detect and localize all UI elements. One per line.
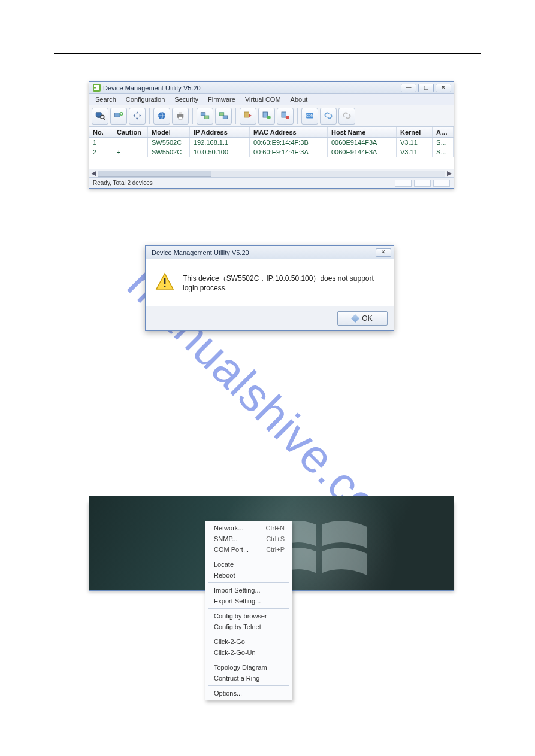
- column-header[interactable]: Model: [148, 127, 190, 137]
- svg-rect-4: [114, 113, 120, 117]
- menu-item-topology-diagram[interactable]: Topology Diagram: [205, 662, 292, 673]
- toolbar-vcom-1-button[interactable]: COM: [301, 108, 318, 125]
- dialog-title: Device Management Utility V5.20: [149, 249, 373, 256]
- cell-ap: SW5502C V3.14 ^^SW: [433, 147, 454, 157]
- cell-no: 2: [89, 147, 113, 157]
- firmware-3-icon: [280, 110, 291, 122]
- ok-button[interactable]: OK: [337, 311, 388, 326]
- table-row[interactable]: 2+SW5502C10.0.50.10000:60:E9:14:4F:3A006…: [89, 147, 454, 157]
- menubar: SearchConfigurationSecurityFirmwareVirtu…: [89, 94, 454, 105]
- minimize-button[interactable]: —: [401, 84, 416, 92]
- menu-item-network[interactable]: Network...Ctrl+N: [205, 523, 292, 533]
- vcom-1-icon: COM: [304, 110, 315, 122]
- menu-item-shortcut: Ctrl+S: [266, 535, 285, 542]
- column-header[interactable]: AP Information: [433, 127, 454, 137]
- menu-item-click-2-go[interactable]: Click-2-Go: [205, 636, 292, 647]
- dialog-close-button[interactable]: ✕: [376, 248, 391, 257]
- column-header[interactable]: MAC Address: [250, 127, 328, 137]
- dialog-titlebar[interactable]: Device Management Utility V5.20 ✕: [146, 246, 394, 259]
- toolbar-separator: [235, 108, 236, 124]
- toolbar-direction-arrows-button[interactable]: [129, 108, 146, 125]
- scroll-track[interactable]: [98, 171, 445, 177]
- menu-search[interactable]: Search: [90, 95, 121, 104]
- toolbar-separator: [192, 108, 193, 124]
- svg-rect-9: [179, 116, 182, 119]
- toolbar-search-magnify-monitor-button[interactable]: [92, 108, 108, 125]
- menu-item-label: Options...: [214, 690, 242, 697]
- cell-host: 0060E9144F3A: [328, 138, 397, 147]
- menu-item-label: SNMP...: [214, 535, 238, 542]
- toolbar-print-button[interactable]: [172, 108, 189, 125]
- cell-ip: 192.168.1.1: [190, 138, 250, 147]
- toolbar-device-net-2-button[interactable]: [215, 108, 232, 125]
- column-header[interactable]: No.: [89, 127, 113, 137]
- toolbar-add-device-button[interactable]: [110, 108, 127, 125]
- add-device-icon: [113, 110, 124, 122]
- toolbar-firmware-3-button[interactable]: [277, 108, 294, 125]
- firmware-1-icon: [243, 110, 253, 122]
- menu-security[interactable]: Security: [170, 95, 203, 104]
- column-header[interactable]: IP Address: [190, 127, 250, 137]
- direction-arrows-icon: [132, 110, 143, 122]
- cell-ip: 10.0.50.100: [190, 147, 250, 157]
- menu-item-import-setting[interactable]: Import Setting...: [205, 585, 292, 596]
- device-net-2-icon: [218, 110, 229, 122]
- menu-item-snmp[interactable]: SNMP...Ctrl+S: [205, 533, 292, 544]
- menu-about[interactable]: About: [286, 95, 313, 104]
- cell-host: 0060E9144F3A: [328, 147, 397, 157]
- toolbar-vcom-link-1-button[interactable]: [320, 108, 337, 125]
- table-row[interactable]: 1SW5502C192.168.1.100:60:E9:14:4F:3B0060…: [89, 138, 454, 147]
- svg-rect-14: [244, 112, 249, 117]
- cell-mac: 00:60:E9:14:4F:3A: [250, 147, 328, 157]
- menu-item-contruct-a-ring[interactable]: Contruct a Ring: [205, 673, 292, 684]
- column-header[interactable]: Host Name: [328, 127, 397, 137]
- svg-rect-11: [204, 116, 209, 119]
- toolbar-vcom-link-2-button[interactable]: [338, 108, 355, 125]
- scroll-right-arrow-icon[interactable]: ▶: [445, 170, 454, 177]
- scroll-left-arrow-icon[interactable]: ◀: [89, 170, 98, 177]
- cell-caution: [113, 138, 148, 147]
- menu-firmware[interactable]: Firmware: [203, 95, 240, 104]
- menu-item-shortcut: Ctrl+N: [266, 524, 285, 532]
- toolbar-device-net-1-button[interactable]: [197, 108, 213, 125]
- toolbar-firmware-2-button[interactable]: [258, 108, 275, 125]
- menu-item-label: Config by browser: [214, 612, 267, 620]
- cell-kernel: V3.11: [397, 138, 433, 147]
- menu-item-config-by-telnet[interactable]: Config by Telnet: [205, 621, 292, 632]
- status-pane: [433, 180, 450, 187]
- column-header[interactable]: Kernel: [397, 127, 433, 137]
- cell-kernel: V3.11: [397, 147, 433, 157]
- menu-item-click-2-go-un[interactable]: Click-2-Go-Un: [205, 647, 292, 658]
- menu-item-label: Click-2-Go: [214, 638, 245, 645]
- close-button[interactable]: ✕: [436, 84, 451, 92]
- cell-model: SW5502C: [148, 147, 190, 157]
- scroll-thumb[interactable]: [98, 171, 211, 177]
- svg-rect-1: [98, 117, 101, 118]
- toolbar-browser-globe-button[interactable]: [153, 108, 170, 125]
- menu-item-label: COM Port...: [214, 546, 249, 553]
- menu-item-options[interactable]: Options...: [205, 688, 292, 699]
- app-icon: [93, 84, 101, 92]
- status-pane: [414, 180, 431, 187]
- toolbar-firmware-1-button[interactable]: [240, 108, 256, 125]
- print-icon: [175, 110, 186, 122]
- menu-virtual-com[interactable]: Virtual COM: [240, 95, 286, 104]
- column-header[interactable]: Caution: [113, 127, 148, 137]
- menu-item-locate[interactable]: Locate: [205, 559, 292, 570]
- configuration-context-menu: Network...Ctrl+NSNMP...Ctrl+SCOM Port...…: [205, 521, 292, 700]
- maximize-button[interactable]: ▢: [418, 84, 434, 92]
- menu-item-export-setting[interactable]: Export Setting...: [205, 596, 292, 606]
- svg-rect-12: [219, 112, 224, 115]
- menu-item-com-port[interactable]: COM Port...Ctrl+P: [205, 544, 292, 555]
- menu-configuration[interactable]: Configuration: [121, 95, 170, 104]
- table-header-row: No.CautionModelIP AddressMAC AddressHost…: [89, 127, 454, 138]
- titlebar[interactable]: Device Management Utility V5.20 — ▢ ✕: [89, 82, 454, 94]
- svg-rect-22: [164, 278, 166, 284]
- cell-caution: +: [113, 147, 148, 157]
- dialog-message: This device（SW5502C，IP:10.0.50.100）does …: [183, 274, 384, 292]
- svg-rect-23: [164, 286, 166, 287]
- menu-item-config-by-browser[interactable]: Config by browser: [205, 611, 292, 621]
- horizontal-scrollbar[interactable]: ◀ ▶: [89, 169, 454, 177]
- menu-separator: [208, 660, 289, 660]
- menu-item-reboot[interactable]: Reboot: [205, 570, 292, 581]
